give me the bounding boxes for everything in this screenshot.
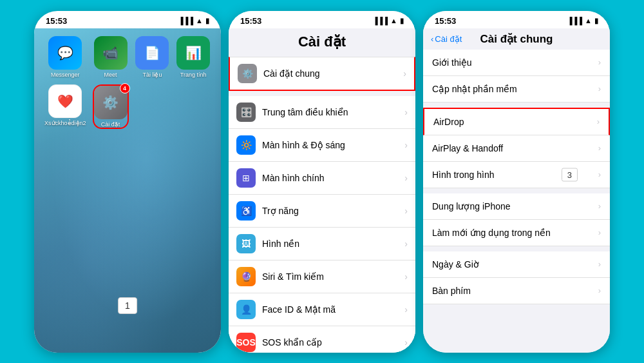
general-item-about[interactable]: Giới thiệu › <box>423 50 610 76</box>
wifi-icon: ▲ <box>196 17 203 25</box>
settings-screen: Cài đặt ⚙️ Cài đặt chung › 🎛️ Trung tâm … <box>229 28 415 353</box>
meet-label: Meet <box>104 72 117 78</box>
phone-screen-2: 15:53 ▐▐▐ ▲ ▮ Cài đặt ⚙️ Cài đặt chung ›… <box>229 11 415 353</box>
settings-item-control[interactable]: 🎛️ Trung tâm điều khiển › <box>229 96 415 129</box>
status-bar-3: 15:53 ▐▐▐ ▲ ▮ <box>423 11 610 28</box>
home-screen: 💬 Messenger 📹 Meet 📄 Tài liệu 📊 <box>34 28 221 353</box>
datetime-chevron: › <box>598 259 601 269</box>
signal-icon-2: ▐▐▐ <box>373 17 388 25</box>
back-label: Cài đặt <box>435 34 462 44</box>
faceid-icon: 👤 <box>236 300 256 319</box>
update-chevron: › <box>598 84 601 93</box>
storage-chevron: › <box>598 201 601 211</box>
airplay-label: AirPlay & Handoff <box>432 143 598 153</box>
phone-screen-1: 15:53 ▐▐▐ ▲ ▮ 💬 Messenger 📹 Meet <box>34 11 221 353</box>
control-label: Trung tâm điều khiển <box>262 107 398 117</box>
app-grid: 💬 Messenger 📹 Meet 📄 Tài liệu 📊 <box>34 28 221 137</box>
pip-chevron: › <box>598 170 601 179</box>
status-icons-3: ▐▐▐ ▲ ▮ <box>567 17 598 25</box>
time-2: 15:53 <box>240 16 261 26</box>
settings-label: Cài đặt <box>101 121 120 128</box>
update-label: Cập nhật phần mềm <box>432 84 598 94</box>
signal-icon: ▐▐▐ <box>178 17 193 25</box>
storage-label: Dung lượng iPhone <box>432 201 598 211</box>
health-icon: ❤️ <box>48 84 82 118</box>
health-label: Xsứckhoẻdiện2 <box>44 120 86 126</box>
general-nav: ‹ Cài đặt Cài đặt chung <box>423 28 610 50</box>
airplay-chevron: › <box>598 143 601 153</box>
battery-icon: ▮ <box>205 17 209 25</box>
keyboard-label: Bàn phím <box>432 286 598 296</box>
wifi-icon-3: ▲ <box>585 17 592 25</box>
siri-icon: 🔮 <box>236 267 256 286</box>
homescreen-label: Màn hình chính <box>262 173 398 183</box>
settings-item-sos[interactable]: SOS SOS khẩn cấp › <box>229 326 415 353</box>
battery-icon-3: ▮ <box>594 17 598 25</box>
time-3: 15:53 <box>435 16 456 26</box>
general-list: Giới thiệu › Cập nhật phần mềm › AirDrop… <box>423 50 610 353</box>
airdrop-chevron: › <box>597 117 600 126</box>
messenger-label: Messenger <box>51 72 80 78</box>
settings-badge: 4 <box>120 83 130 93</box>
refresh-chevron: › <box>598 228 601 237</box>
app-docs[interactable]: 📄 Tài liệu <box>135 36 170 78</box>
general-item-refresh[interactable]: Làm mới ứng dụng trong nền › <box>423 220 610 246</box>
meet-icon: 📹 <box>94 36 128 70</box>
general-item-airplay[interactable]: AirPlay & Handoff › <box>423 135 610 162</box>
general-chevron: › <box>403 68 406 79</box>
status-bar-2: 15:53 ▐▐▐ ▲ ▮ <box>229 11 415 28</box>
settings-item-wallpaper[interactable]: 🖼 Hình nền › <box>229 228 415 260</box>
settings-item-general[interactable]: ⚙️ Cài đặt chung › <box>229 57 415 91</box>
app-settings[interactable]: ⚙️ 4 Cài đặt <box>93 84 129 129</box>
status-bar-1: 15:53 ▐▐▐ ▲ ▮ <box>34 11 221 28</box>
docs-icon: 📄 <box>135 36 169 70</box>
app-sheets[interactable]: 📊 Trang tính <box>176 36 211 78</box>
nav-back-button[interactable]: ‹ Cài đặt <box>431 34 462 44</box>
airdrop-label: AirDrop <box>433 117 597 127</box>
sos-icon: SOS <box>236 333 256 352</box>
general-item-storage[interactable]: Dung lượng iPhone › <box>423 193 610 220</box>
battery-icon-2: ▮ <box>400 17 404 25</box>
docs-label: Tài liệu <box>142 72 162 78</box>
general-item-pip[interactable]: Hình trong hình › 3 <box>423 162 610 188</box>
settings-item-accessibility[interactable]: ♿ Trợ năng › <box>229 195 415 228</box>
sheets-label: Trang tính <box>180 72 207 78</box>
about-label: Giới thiệu <box>432 57 598 68</box>
general-item-update[interactable]: Cập nhật phần mềm › <box>423 76 610 103</box>
wallpaper-label: Hình nền <box>262 239 398 249</box>
general-item-keyboard[interactable]: Bàn phím › <box>423 278 610 304</box>
settings-item-faceid[interactable]: 👤 Face ID & Mật mã › <box>229 293 415 326</box>
sos-label: SOS khẩn cấp <box>262 337 398 348</box>
phone-screen-3: 15:53 ▐▐▐ ▲ ▮ ‹ Cài đặt Cài đặt chung Gi… <box>423 11 610 353</box>
settings-item-siri[interactable]: 🔮 Siri & Tìm kiếm › <box>229 260 415 293</box>
settings-title: Cài đặt <box>229 28 415 57</box>
app-messenger[interactable]: 💬 Messenger <box>44 36 86 78</box>
app-health[interactable]: ❤️ Xsứckhoẻdiện2 <box>44 84 86 129</box>
accessibility-label: Trợ năng <box>262 206 398 216</box>
accessibility-icon: ♿ <box>236 201 256 221</box>
keyboard-chevron: › <box>598 286 601 295</box>
settings-item-display[interactable]: 🔆 Màn hình & Độ sáng › <box>229 129 415 162</box>
settings-icon: ⚙️ 4 <box>94 86 128 119</box>
general-item-datetime[interactable]: Ngày & Giờ › <box>423 251 610 278</box>
general-icon: ⚙️ <box>238 64 257 83</box>
time-1: 15:53 <box>46 16 67 26</box>
faceid-label: Face ID & Mật mã <box>262 304 398 315</box>
general-item-airdrop[interactable]: AirDrop › <box>423 108 610 135</box>
datetime-label: Ngày & Giờ <box>432 259 598 270</box>
wifi-icon-2: ▲ <box>390 17 397 25</box>
settings-item-homescreen[interactable]: ⊞ Màn hình chính › <box>229 162 415 195</box>
general-label: Cài đặt chung <box>263 68 397 79</box>
chevron-left-icon: ‹ <box>431 34 433 44</box>
display-label: Màn hình & Độ sáng <box>262 140 398 150</box>
messenger-icon: 💬 <box>48 36 82 70</box>
refresh-label: Làm mới ứng dụng trong nền <box>432 228 598 238</box>
step-badge-1: 1 <box>118 297 137 314</box>
homescreen-icon: ⊞ <box>236 168 256 188</box>
general-screen: ‹ Cài đặt Cài đặt chung Giới thiệu › Cập… <box>423 28 610 353</box>
status-icons-2: ▐▐▐ ▲ ▮ <box>373 17 404 25</box>
app-meet[interactable]: 📹 Meet <box>93 36 129 78</box>
signal-icon-3: ▐▐▐ <box>567 17 582 25</box>
wallpaper-icon: 🖼 <box>236 234 256 253</box>
display-icon: 🔆 <box>236 135 256 155</box>
